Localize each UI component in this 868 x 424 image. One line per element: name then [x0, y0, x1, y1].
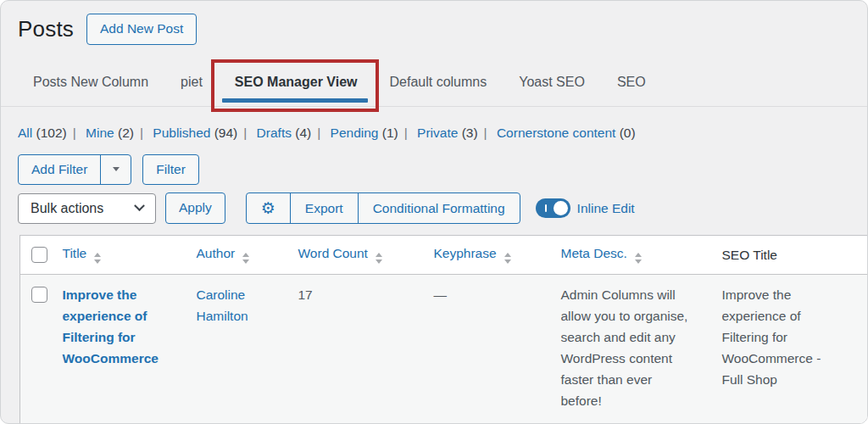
actions-row: Bulk actions Apply ⚙ Export Conditional …: [18, 192, 867, 224]
column-header-title[interactable]: Title: [63, 246, 87, 260]
filter-all-link[interactable]: All: [18, 126, 32, 140]
filter-private-count: (3): [462, 126, 478, 140]
separator: |: [140, 126, 143, 140]
toggle-knob: [554, 201, 568, 215]
gear-icon: ⚙: [261, 200, 275, 216]
add-new-post-button[interactable]: Add New Post: [86, 14, 197, 45]
toggle-on-mark: [545, 204, 548, 212]
filter-pending-link[interactable]: Pending: [331, 126, 379, 140]
sort-arrows-icon: [635, 253, 642, 264]
posts-table: Title Author Word Count Keyphrase Meta D…: [19, 235, 868, 424]
tab-label: SEO Manager View: [235, 75, 358, 89]
tab-piet[interactable]: piet: [181, 67, 203, 106]
filter-published: Published (94): [153, 126, 237, 140]
table-header-row: Title Author Word Count Keyphrase Meta D…: [20, 236, 868, 275]
filter-cornerstone: Cornerstone content (0): [497, 126, 636, 140]
tab-yoast-seo[interactable]: Yoast SEO: [519, 67, 585, 106]
bulk-actions-value: Bulk actions: [31, 201, 103, 216]
filter-pending: Pending (1): [331, 126, 398, 140]
filter-mine-link[interactable]: Mine: [86, 126, 114, 140]
filter-drafts: Drafts (4): [257, 126, 312, 140]
filter-drafts-link[interactable]: Drafts: [257, 126, 292, 140]
sort-arrows-icon: [242, 253, 249, 264]
caret-down-icon: [113, 167, 120, 171]
filter-cornerstone-link[interactable]: Cornerstone content: [497, 126, 615, 140]
add-filter-split-button: Add Filter: [18, 154, 131, 185]
word-count-value: 17: [298, 287, 313, 302]
tab-seo-manager-view[interactable]: SEO Manager View: [235, 67, 358, 106]
table-tools-button-group: ⚙ Export Conditional Formatting: [246, 192, 520, 224]
filter-all: All (102): [18, 126, 67, 140]
column-header-word-count[interactable]: Word Count: [298, 246, 368, 260]
row-checkbox[interactable]: [31, 287, 47, 303]
active-tab-underline: [222, 98, 368, 103]
filter-all-count: (102): [36, 126, 67, 140]
export-button[interactable]: Export: [290, 193, 358, 223]
inline-edit-toggle[interactable]: [536, 198, 570, 218]
filter-private-link[interactable]: Private: [417, 126, 458, 140]
status-filter-links: All (102)| Mine (2)| Published (94)| Dra…: [18, 126, 867, 141]
page-header: Posts Add New Post: [1, 1, 867, 45]
column-header-author[interactable]: Author: [197, 246, 236, 260]
post-title-link[interactable]: Improve the experience of Filtering for …: [63, 284, 168, 369]
filter-cornerstone-count: (0): [620, 126, 636, 140]
separator: |: [484, 126, 487, 140]
sort-arrows-icon: [94, 253, 101, 264]
tab-default-columns[interactable]: Default columns: [390, 67, 487, 106]
inline-edit-control: Inline Edit: [536, 198, 635, 218]
filter-mine: Mine (2): [86, 126, 134, 140]
settings-button[interactable]: ⚙: [247, 193, 290, 223]
bulk-actions-select[interactable]: Bulk actions: [18, 193, 156, 224]
tab-seo[interactable]: SEO: [617, 67, 646, 106]
separator: |: [317, 126, 320, 140]
post-author-link[interactable]: Caroline Hamilton: [197, 284, 258, 326]
table-row: Improve the experience of Filtering for …: [20, 275, 868, 424]
filter-drafts-count: (4): [295, 126, 311, 140]
page-title: Posts: [18, 16, 74, 42]
tab-posts-new-column[interactable]: Posts New Column: [33, 67, 148, 106]
column-header-keyphrase[interactable]: Keyphrase: [434, 246, 497, 260]
column-header-seo-title: SEO Title: [722, 248, 777, 262]
filter-published-link[interactable]: Published: [153, 126, 210, 140]
separator: |: [73, 126, 76, 140]
add-filter-button[interactable]: Add Filter: [19, 155, 100, 184]
sort-arrows-icon: [504, 253, 511, 264]
chevron-down-icon: [134, 200, 145, 211]
conditional-formatting-button[interactable]: Conditional Formatting: [358, 193, 520, 223]
keyphrase-value: —: [434, 287, 448, 302]
separator: |: [243, 126, 247, 140]
apply-button[interactable]: Apply: [165, 192, 225, 224]
filter-button[interactable]: Filter: [142, 154, 198, 186]
column-header-meta-desc[interactable]: Meta Desc.: [561, 246, 627, 260]
filter-pending-count: (1): [382, 126, 398, 140]
filter-mine-count: (2): [118, 126, 134, 140]
sort-arrows-icon: [376, 253, 382, 264]
wordpress-posts-screen: Posts Add New Post Posts New Column piet…: [0, 0, 868, 424]
inline-edit-label: Inline Edit: [577, 201, 635, 216]
meta-desc-value: Admin Columns will allow you to organise…: [561, 284, 692, 411]
view-tabs: Posts New Column piet SEO Manager View D…: [1, 67, 867, 107]
seo-title-value: Improve the experience of Filtering for …: [722, 284, 826, 390]
select-all-checkbox[interactable]: [31, 247, 47, 263]
separator: |: [404, 126, 408, 140]
filter-row: Add Filter Filter: [18, 154, 867, 186]
filter-private: Private (3): [417, 126, 478, 140]
filter-published-count: (94): [214, 126, 238, 140]
add-filter-dropdown-button[interactable]: [100, 155, 131, 184]
